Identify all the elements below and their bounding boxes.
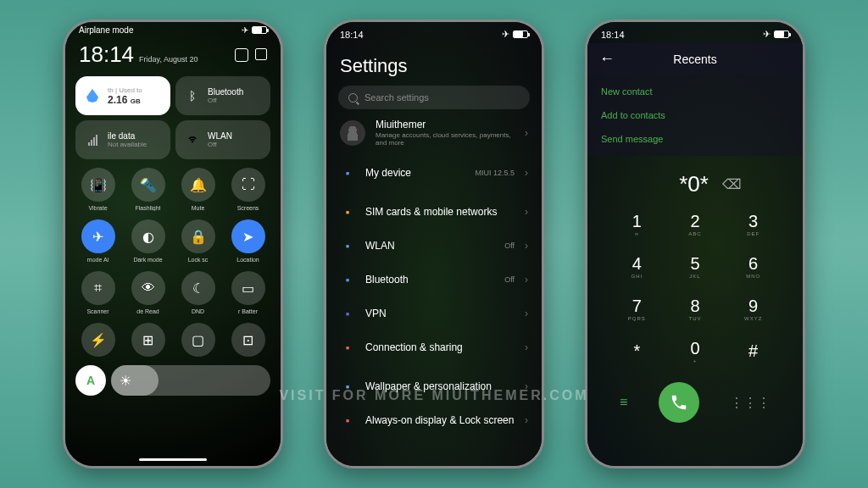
- mute-icon: 🔔: [181, 168, 215, 202]
- setting-icon: ▪: [340, 165, 355, 180]
- toggle-apps[interactable]: ⊞: [125, 323, 170, 357]
- setting-icon: ▪: [340, 238, 355, 253]
- chevron-right-icon: ›: [525, 206, 528, 218]
- apps-icon: ⊞: [131, 323, 165, 357]
- key-2[interactable]: 2ABC: [666, 202, 725, 245]
- dialed-number: *0*: [679, 171, 709, 197]
- signal-icon: [84, 131, 101, 148]
- status-time: 18:14: [601, 30, 625, 40]
- chevron-right-icon: ›: [525, 380, 528, 392]
- phone-control-center: Airplane mode ✈ 18:14 Friday, August 20 …: [63, 19, 283, 469]
- dnd-icon: ☾: [181, 271, 215, 305]
- toggle-DND[interactable]: ☾DND: [175, 271, 220, 314]
- action-send-message[interactable]: Send message: [601, 127, 789, 151]
- edit-icon[interactable]: [255, 48, 267, 60]
- toggle-Lock sc[interactable]: 🔒Lock sc: [175, 219, 220, 263]
- toggle-r    Batter[interactable]: ▭r Batter: [225, 271, 270, 314]
- settings-item-3[interactable]: ▪BluetoothOff›: [326, 263, 542, 297]
- action-new-contact[interactable]: New contact: [601, 80, 789, 103]
- toggle-record[interactable]: ⊡: [225, 323, 270, 357]
- battery-icon: [513, 30, 528, 38]
- account-row[interactable]: Miuithemer Manage accounts, cloud servic…: [326, 109, 542, 156]
- battery-icon: [774, 30, 789, 38]
- bluetooth-tile[interactable]: ᛒ Bluetooth Off: [175, 76, 270, 115]
- battery-icon: ▭: [231, 271, 265, 305]
- toggle-Mute[interactable]: 🔔Mute: [175, 168, 220, 211]
- settings-item-2[interactable]: ▪WLANOff›: [326, 229, 542, 263]
- vibrate-icon: 📳: [81, 168, 115, 202]
- key-3[interactable]: 3DEF: [724, 202, 782, 245]
- toggle-Location[interactable]: ➤Location: [225, 219, 270, 263]
- key-5[interactable]: 5JKL: [666, 245, 725, 287]
- key-6[interactable]: 6MNO: [724, 245, 782, 287]
- airplane-mode-label: Airplane mode: [79, 25, 133, 35]
- airplane-icon: ✈: [763, 29, 771, 40]
- call-button[interactable]: [659, 382, 699, 423]
- toggle-Flashlight[interactable]: 🔦Flashlight: [125, 168, 170, 211]
- key-9[interactable]: 9WXYZ: [724, 287, 782, 330]
- chevron-right-icon: ›: [525, 240, 528, 252]
- toggle-Dark mode[interactable]: ◐Dark mode: [125, 219, 170, 263]
- settings-item-6[interactable]: ▪Wallpaper & personalization›: [326, 369, 542, 403]
- wifi-icon: [184, 131, 201, 148]
- backspace-button[interactable]: ⌫: [722, 176, 742, 192]
- toggle-Screens[interactable]: ⛶Screens: [225, 168, 270, 211]
- scanner-icon: ⌗: [81, 271, 115, 305]
- toggle-cast[interactable]: ▢: [175, 323, 220, 357]
- key-0[interactable]: 0+: [666, 330, 725, 372]
- back-button[interactable]: ←: [599, 50, 615, 68]
- key-7[interactable]: 7PQRS: [608, 287, 666, 330]
- chevron-right-icon: ›: [525, 167, 528, 179]
- status-time: 18:14: [340, 30, 364, 40]
- brightness-slider[interactable]: ☀: [111, 365, 270, 396]
- setting-icon: ▪: [340, 413, 355, 428]
- chevron-right-icon: ›: [525, 414, 528, 426]
- setting-icon: ▪: [340, 379, 355, 394]
- key-4[interactable]: 4GHI: [608, 245, 666, 287]
- data-usage-tile[interactable]: th | Used to 2.16 GB: [75, 76, 170, 115]
- clock-date: Friday, August 20: [139, 55, 198, 64]
- toggle-Scanner[interactable]: ⌗Scanner: [75, 271, 120, 314]
- toggle-mode   Ai[interactable]: ✈mode Ai: [75, 219, 120, 263]
- settings-item-4[interactable]: ▪VPN›: [326, 297, 542, 330]
- settings-title: Settings: [326, 43, 542, 86]
- menu-icon[interactable]: ≡: [620, 395, 627, 410]
- setting-icon: ▪: [340, 340, 355, 355]
- key-1[interactable]: 1∞: [608, 202, 666, 245]
- chevron-right-icon: ›: [525, 308, 528, 319]
- action-add-to-contacts[interactable]: Add to contacts: [601, 103, 789, 127]
- settings-item-5[interactable]: ▪Connection & sharing›: [326, 330, 542, 364]
- toggle-Vibrate[interactable]: 📳Vibrate: [75, 168, 120, 211]
- settings-item-1[interactable]: ▪SIM cards & mobile networks›: [326, 195, 542, 229]
- location-icon: ➤: [231, 219, 265, 253]
- setting-icon: ▪: [340, 204, 355, 219]
- settings-icon[interactable]: [235, 48, 248, 62]
- record-icon: ⊡: [231, 323, 265, 357]
- airplane-mode-row: Airplane mode ✈: [65, 22, 281, 38]
- read-icon: 👁: [131, 271, 165, 305]
- key-8[interactable]: 8TUV: [666, 287, 725, 330]
- search-icon: [348, 93, 358, 103]
- key-#[interactable]: #: [724, 330, 782, 372]
- drop-icon: [86, 89, 98, 103]
- battery-icon: [252, 26, 267, 34]
- settings-item-7[interactable]: ▪Always-on display & Lock screen›: [326, 403, 542, 437]
- phone-settings: 18:14 ✈ Settings Search settings Miuithe…: [324, 19, 544, 469]
- key-*[interactable]: *: [608, 330, 666, 372]
- home-indicator[interactable]: [139, 458, 207, 461]
- wlan-tile[interactable]: WLAN Off: [175, 120, 270, 159]
- airplane-icon: ✈: [81, 219, 115, 253]
- chevron-right-icon: ›: [525, 127, 528, 139]
- settings-item-0[interactable]: ▪My deviceMIUI 12.5.5›: [326, 156, 542, 190]
- accent-button[interactable]: A: [75, 365, 106, 396]
- avatar: [340, 120, 365, 146]
- toggle-de   Read[interactable]: 👁de Read: [125, 271, 170, 314]
- chevron-right-icon: ›: [525, 274, 528, 286]
- setting-icon: ▪: [340, 272, 355, 287]
- darkmode-icon: ◐: [131, 219, 165, 253]
- search-input[interactable]: Search settings: [338, 86, 530, 109]
- mobile-data-tile[interactable]: ile data Not available: [75, 120, 170, 159]
- dialpad-grid-icon[interactable]: ⋮⋮⋮: [730, 395, 771, 411]
- setting-icon: ▪: [340, 306, 355, 321]
- toggle-bolt[interactable]: ⚡: [75, 323, 120, 357]
